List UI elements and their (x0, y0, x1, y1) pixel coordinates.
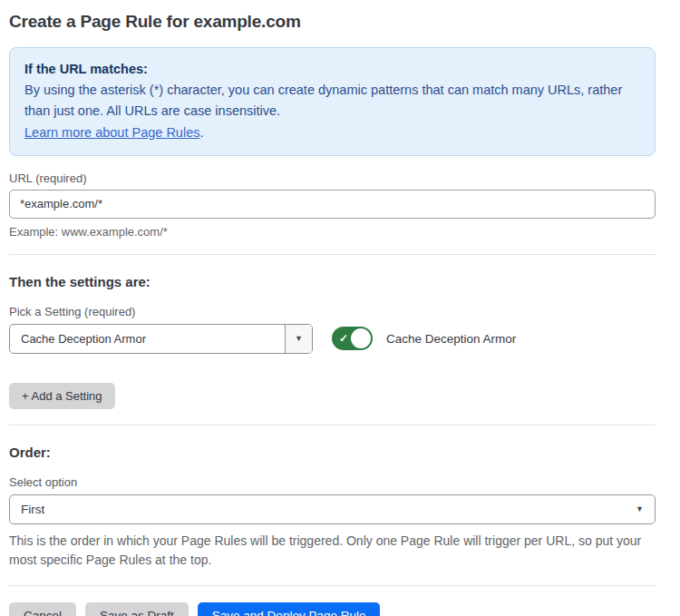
setting-toggle[interactable]: ✓ (332, 327, 373, 350)
create-page-rule-form: Create a Page Rule for example.com If th… (0, 0, 680, 616)
add-setting-button[interactable]: + Add a Setting (9, 383, 115, 409)
toggle-label: Cache Deception Armor (386, 332, 516, 346)
divider (9, 425, 656, 425)
chevron-down-icon: ▼ (636, 505, 644, 513)
info-box-body: By using the asterisk (*) character, you… (24, 80, 640, 122)
toggle-wrap: ✓ Cache Deception Armor (332, 327, 516, 350)
save-deploy-button[interactable]: Save and Deploy Page Rule (198, 602, 381, 616)
order-select-value: First (21, 503, 44, 516)
page-title: Create a Page Rule for example.com (9, 12, 656, 32)
info-box-link-line: Learn more about Page Rules. (24, 122, 640, 143)
pick-setting-label: Pick a Setting (required) (9, 305, 656, 318)
order-heading: Order: (9, 445, 656, 460)
url-input[interactable] (9, 190, 656, 219)
divider (9, 254, 656, 255)
url-match-info-box: If the URL matches: By using the asteris… (9, 47, 656, 156)
setting-row: Cache Deception Armor ▼ ✓ Cache Deceptio… (9, 324, 656, 354)
info-box-heading: If the URL matches: (24, 59, 640, 80)
url-example-helper: Example: www.example.com/* (9, 225, 656, 239)
chevron-down-icon: ▼ (295, 335, 303, 343)
save-draft-button[interactable]: Save as Draft (85, 602, 189, 616)
settings-heading: Then the settings are: (9, 274, 656, 289)
toggle-knob (351, 328, 371, 348)
link-period: . (199, 125, 203, 140)
order-helper-text: This is the order in which your Page Rul… (9, 532, 656, 570)
url-label: URL (required) (9, 171, 656, 185)
cancel-button[interactable]: Cancel (9, 602, 76, 616)
learn-more-link[interactable]: Learn more about Page Rules (24, 125, 199, 140)
setting-select-caret-button[interactable]: ▼ (285, 325, 312, 353)
setting-select-value: Cache Deception Armor (10, 325, 285, 353)
checkmark-icon: ✓ (339, 333, 348, 344)
footer-actions: Cancel Save as Draft Save and Deploy Pag… (9, 602, 656, 616)
divider (9, 585, 656, 586)
setting-select[interactable]: Cache Deception Armor ▼ (9, 324, 313, 354)
order-select-label: Select option (9, 475, 656, 489)
order-select[interactable]: First ▼ (9, 494, 656, 524)
